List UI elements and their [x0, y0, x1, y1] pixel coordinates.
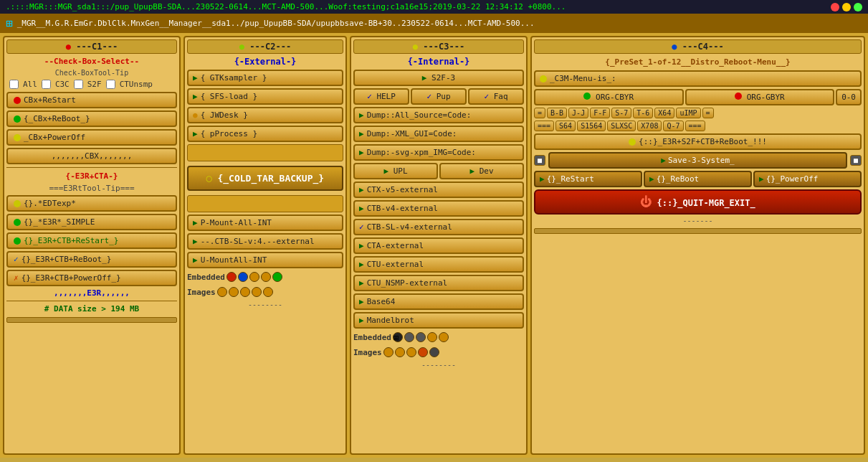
checkbox-all[interactable] [9, 80, 19, 89]
pmount-button[interactable]: ▶ P-Mount-All-INT [187, 214, 343, 231]
minimize-icon[interactable] [842, 3, 851, 11]
maximize-icon[interactable] [854, 3, 862, 11]
base64-button[interactable]: ▶ Base64 [353, 293, 524, 310]
gtksampler-button[interactable]: ▶ { GTKsampler } [187, 70, 343, 86]
cta-arrow: ▶ [359, 241, 364, 250]
mandelbrot-button[interactable]: ▶ Mandelbrot [353, 312, 524, 329]
dev-button[interactable]: ▶ Dev [439, 163, 524, 179]
s64-btn[interactable]: S64 [555, 121, 576, 131]
checkbox-s2f[interactable] [74, 80, 83, 89]
s7-btn[interactable]: S-7 [611, 108, 631, 118]
col3-emb-dot4[interactable] [427, 332, 437, 342]
col3-img-dot2[interactable] [395, 347, 405, 357]
ctb-button[interactable]: ▶ CTB-v4-external [353, 200, 524, 217]
e3r-simple-button[interactable]: {}_*E3R*_SIMPLE [6, 214, 177, 230]
dump-source-button[interactable]: ▶ Dump::All_Source=Code: [353, 107, 524, 123]
col3-img-dot3[interactable] [406, 347, 416, 357]
col3-img-dot1[interactable] [383, 347, 394, 357]
jj-btn[interactable]: J-J [568, 108, 588, 118]
uimp-btn[interactable]: uIMP [676, 108, 700, 118]
org-cbyr-dot [583, 93, 591, 100]
dump-svg-button[interactable]: ▶ Dump:-svg-xpm_IMG=Code: [353, 144, 524, 161]
ctu-button[interactable]: ▶ CTU-external [353, 256, 524, 273]
bb-button[interactable]: = [534, 108, 545, 118]
col3-emb-dot3[interactable] [416, 332, 426, 342]
t6-btn[interactable]: T-6 [633, 108, 653, 118]
cbx-reboot-button[interactable]: {_CBx+ReBoot_} [6, 110, 177, 127]
e3r-s2f-button[interactable]: {::}_E3R+S2F+CTB+ReBoot_!!! [534, 133, 862, 150]
org-gbyr-button[interactable]: ORG-GBYR [685, 89, 835, 105]
ctx-button[interactable]: ▶ CTX-v5-external [353, 182, 524, 198]
reboot-button[interactable]: ▶ {}_ReBoot [644, 171, 752, 187]
faq-button[interactable]: ✓ Faq [468, 88, 524, 105]
cbx-restart-button[interactable]: CBx+ReStart [6, 92, 177, 108]
images-dot3[interactable] [240, 287, 250, 297]
save-dot-right[interactable]: ■ [850, 155, 862, 166]
eqeqeq-btn2[interactable]: === [685, 121, 705, 131]
col3-emb-dot1[interactable]: ⊞ [393, 332, 403, 342]
col3-img-dot4[interactable] [418, 347, 428, 357]
cbx-poweroff-button[interactable]: _CBx+PowerOff [6, 129, 177, 146]
embedded-dot3[interactable] [249, 272, 259, 282]
images-dot2[interactable] [229, 287, 239, 297]
col1-e3r-tip: ===E3RtTool-Tip=== [6, 184, 177, 193]
checkbox-ctunsmp[interactable] [106, 80, 115, 89]
cta-button[interactable]: ▶ CTA-external [353, 237, 524, 254]
dev-arrow: ▶ [469, 166, 474, 176]
e3r-poweroff-button[interactable]: ✗ {}_E3R+CTB+PowerOff_} [6, 270, 177, 286]
col1-section1-label: {-E3R+CTA-} [6, 171, 177, 182]
close-icon[interactable] [831, 3, 839, 11]
images-dot1[interactable] [217, 287, 227, 297]
s2f3-button[interactable]: ▶ S2F-3 [353, 70, 524, 86]
pup-button[interactable]: ✓ Pup [411, 88, 467, 105]
col3-img-dot5[interactable] [429, 347, 439, 357]
eqeqeq-btn1[interactable]: === [534, 121, 554, 131]
edtexp-button[interactable]: {}.*EDTexp* [6, 195, 177, 212]
upl-button[interactable]: ▶ UPL [353, 163, 438, 179]
x708-btn[interactable]: X708 [637, 121, 662, 131]
pprocess-button[interactable]: ▶ { pProcess } [187, 126, 343, 142]
col3-emb-dot5[interactable] [439, 332, 449, 342]
checkbox-c3c[interactable] [42, 80, 51, 89]
sfsload-button[interactable]: ▶ { SFS-load } [187, 88, 343, 105]
save-dot-left[interactable]: ■ [534, 155, 545, 166]
embedded-dot1[interactable] [226, 272, 237, 282]
ctu-nsmp-arrow: ▶ [359, 278, 364, 288]
embedded-dot4[interactable] [261, 272, 271, 282]
zero-zero-button[interactable]: 0-0 [836, 89, 862, 105]
x64-btn[interactable]: X64 [654, 108, 674, 118]
save3-button[interactable]: ▶ Save-3-System_ [548, 152, 847, 169]
umount-button[interactable]: ▶ U-MountAll-INT [187, 252, 343, 268]
ctu-nsmp-button[interactable]: ▶ CTU_NSMP-external [353, 275, 524, 291]
ctbsl-button[interactable]: ▶ --.CTB-SL-v:4.--external [187, 233, 343, 250]
slxsc-btn[interactable]: SLXSC [607, 121, 636, 131]
jwdesk-button[interactable]: ● { JWDesk } [187, 107, 343, 123]
images-dot4[interactable] [252, 287, 262, 297]
col2-header: ● ---C2--- [187, 39, 343, 54]
e3r-reboot-button[interactable]: ✓ {}_E3R+CTB+ReBoot_} [6, 251, 177, 268]
eq-btn[interactable]: = [702, 108, 714, 118]
dump-xml-button[interactable]: ▶ Dump:-XML_GUI=Code: [353, 126, 524, 142]
col4-scrollbar[interactable] [534, 228, 862, 234]
restart-button[interactable]: ▶ {}_ReStart [534, 171, 642, 187]
c3m-menu-button[interactable]: _C3M-Menu-is_: [534, 70, 862, 87]
images-dot5[interactable] [263, 287, 273, 297]
window-controls[interactable] [831, 3, 862, 11]
ff-btn[interactable]: F-F [590, 108, 610, 118]
bb-btn[interactable]: B-B [547, 108, 567, 118]
ctb-sl-button[interactable]: ✓ CTB-SL-v4-external [353, 219, 524, 235]
q7-btn[interactable]: Q-7 [663, 121, 683, 131]
embedded-dot5[interactable] [272, 272, 282, 282]
e3r-restart-button[interactable]: {}_E3R+CTB+ReStart_} [6, 232, 177, 249]
s1564-btn[interactable]: S1564 [577, 121, 606, 131]
embedded-dot2[interactable] [238, 272, 248, 282]
col1-scrollbar[interactable] [6, 317, 177, 323]
cbx-button[interactable]: ,,,,,,,CBX,,,,,,, [6, 148, 177, 164]
col3-emb-dot2[interactable] [404, 332, 414, 342]
cold-tar-button[interactable]: ◯ {_COLD_TAR_BACKUP_} [187, 166, 343, 191]
quit-button[interactable]: ⏻ {::}_QUIT-MGR_EXIT_ [534, 189, 862, 214]
poweroff-button[interactable]: ▶ {}_PowerOff [753, 171, 862, 187]
green-dot2-icon [14, 219, 21, 226]
help-button[interactable]: ✓ HELP [353, 88, 409, 105]
org-cbyr-button[interactable]: ORG-CBYR [534, 89, 684, 105]
